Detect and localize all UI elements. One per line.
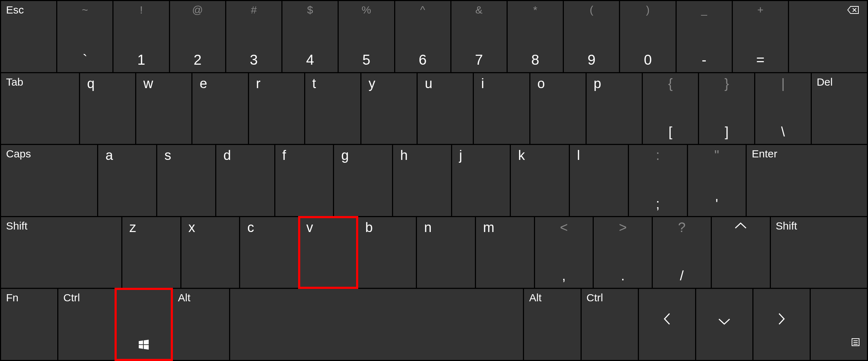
key-label: y xyxy=(369,76,375,91)
key-alt-right[interactable]: Alt xyxy=(524,289,580,360)
key-backtick[interactable]: ~ ` xyxy=(57,1,112,72)
key-shift-label: | xyxy=(781,76,785,91)
key-shift-right[interactable]: Shift xyxy=(771,217,867,288)
key-minus[interactable]: _ - xyxy=(677,1,732,72)
key-label: . xyxy=(621,268,625,284)
keyboard-row-3: Caps a s d f g h j k l : ; " ' Enter xyxy=(1,145,867,216)
key-label: n xyxy=(424,220,432,235)
key-4[interactable]: $ 4 xyxy=(282,1,338,72)
key-caps[interactable]: Caps xyxy=(1,145,97,216)
key-3[interactable]: # 3 xyxy=(226,1,281,72)
key-label: x xyxy=(189,220,195,235)
key-alt-left[interactable]: Alt xyxy=(173,289,229,360)
key-label: d xyxy=(223,148,231,163)
key-menu[interactable] xyxy=(811,289,867,360)
key-comma[interactable]: < , xyxy=(535,217,593,288)
key-shift-label: ! xyxy=(140,4,143,16)
key-label: 6 xyxy=(419,52,427,68)
key-slash[interactable]: ? / xyxy=(653,217,711,288)
key-j[interactable]: j xyxy=(452,145,510,216)
key-equals[interactable]: + = xyxy=(733,1,788,72)
key-k[interactable]: k xyxy=(511,145,569,216)
key-h[interactable]: h xyxy=(393,145,451,216)
key-ctrl-left[interactable]: Ctrl xyxy=(58,289,115,360)
key-bracket-right[interactable]: } ] xyxy=(699,73,754,144)
key-label: 1 xyxy=(137,52,145,68)
key-label: f xyxy=(282,148,286,163)
key-bracket-left[interactable]: { [ xyxy=(643,73,698,144)
key-6[interactable]: ^ 6 xyxy=(395,1,450,72)
key-label: e xyxy=(200,76,207,91)
key-label: q xyxy=(87,76,95,91)
key-e[interactable]: e xyxy=(192,73,248,144)
key-b[interactable]: b xyxy=(358,217,416,288)
key-label: s xyxy=(164,148,171,163)
backspace-icon xyxy=(847,5,860,18)
key-t[interactable]: t xyxy=(305,73,360,144)
key-del[interactable]: Del xyxy=(812,73,867,144)
key-r[interactable]: r xyxy=(249,73,304,144)
key-0[interactable]: ) 0 xyxy=(620,1,675,72)
key-2[interactable]: @ 2 xyxy=(170,1,225,72)
key-c[interactable]: c xyxy=(240,217,298,288)
key-label: 5 xyxy=(362,52,370,68)
key-shift-label: & xyxy=(475,4,482,16)
key-o[interactable]: o xyxy=(530,73,586,144)
key-label: o xyxy=(538,76,545,91)
menu-icon xyxy=(851,336,860,349)
key-period[interactable]: > . xyxy=(594,217,652,288)
key-tab[interactable]: Tab xyxy=(1,73,79,144)
key-arrow-left[interactable] xyxy=(639,289,695,360)
key-x[interactable]: x xyxy=(181,217,239,288)
key-9[interactable]: ( 9 xyxy=(564,1,619,72)
key-5[interactable]: % 5 xyxy=(339,1,394,72)
key-backslash[interactable]: | \ xyxy=(755,73,810,144)
key-arrow-right[interactable] xyxy=(753,289,810,360)
key-enter[interactable]: Enter xyxy=(747,145,867,216)
key-fn[interactable]: Fn xyxy=(1,289,57,360)
key-label: Alt xyxy=(178,292,190,304)
key-space[interactable] xyxy=(230,289,523,360)
key-w[interactable]: w xyxy=(136,73,191,144)
key-7[interactable]: & 7 xyxy=(451,1,507,72)
key-label: \ xyxy=(781,124,785,140)
key-label: r xyxy=(256,76,261,91)
key-esc[interactable]: Esc xyxy=(1,1,56,72)
key-label: u xyxy=(425,76,432,91)
key-label: ` xyxy=(83,52,87,68)
key-1[interactable]: ! 1 xyxy=(113,1,169,72)
caret-up-icon xyxy=(733,220,748,233)
key-8[interactable]: * 8 xyxy=(508,1,563,72)
key-ctrl-right[interactable]: Ctrl xyxy=(582,289,638,360)
key-semicolon[interactable]: : ; xyxy=(629,145,687,216)
key-label: 0 xyxy=(644,52,652,68)
key-m[interactable]: m xyxy=(476,217,534,288)
key-label: p xyxy=(594,76,601,91)
key-d[interactable]: d xyxy=(216,145,274,216)
key-label: m xyxy=(483,220,494,235)
key-label: Shift xyxy=(776,220,797,232)
key-backspace[interactable] xyxy=(789,1,867,72)
key-y[interactable]: y xyxy=(361,73,417,144)
key-z[interactable]: z xyxy=(122,217,180,288)
key-label: 9 xyxy=(588,52,596,68)
key-u[interactable]: u xyxy=(418,73,473,144)
key-p[interactable]: p xyxy=(587,73,642,144)
key-a[interactable]: a xyxy=(98,145,156,216)
key-l[interactable]: l xyxy=(570,145,628,216)
key-i[interactable]: i xyxy=(474,73,529,144)
key-quote[interactable]: " ' xyxy=(688,145,746,216)
key-n[interactable]: n xyxy=(417,217,475,288)
key-f[interactable]: f xyxy=(275,145,333,216)
key-windows[interactable] xyxy=(116,289,172,360)
key-arrow-down[interactable] xyxy=(696,289,752,360)
key-shift-left[interactable]: Shift xyxy=(1,217,121,288)
key-s[interactable]: s xyxy=(157,145,215,216)
key-caret-up[interactable] xyxy=(712,217,770,288)
key-q[interactable]: q xyxy=(80,73,135,144)
key-shift-label: ? xyxy=(678,220,686,235)
key-label: k xyxy=(518,148,525,163)
key-g[interactable]: g xyxy=(334,145,392,216)
key-shift-label: ( xyxy=(590,4,593,16)
key-v[interactable]: v xyxy=(299,217,357,288)
